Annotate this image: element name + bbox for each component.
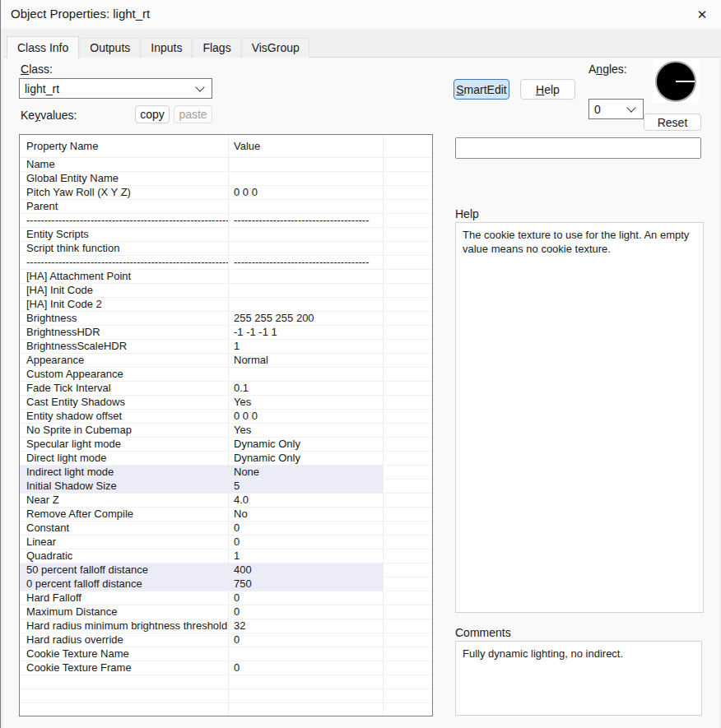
property-value-cell: 400 [229,563,384,577]
table-row[interactable]: Entity shadow offset0 0 0 [20,410,432,424]
table-row[interactable]: 0 percent falloff distance750 [20,577,432,591]
property-name-cell: Indirect light mode [20,466,229,480]
tab-visgroup[interactable]: VisGroup [242,38,309,58]
property-value-cell: 1 [229,340,384,354]
table-row[interactable]: Brightness255 255 255 200 [20,312,432,326]
table-row[interactable]: [HA] Init Code 2 [20,298,432,312]
close-icon[interactable]: ✕ [692,5,712,25]
table-row[interactable]: Custom Appearance [20,368,432,382]
table-row[interactable]: Hard radius minimum brightness threshold… [20,619,432,633]
table-row[interactable]: Cast Entity ShadowsYes [20,396,432,410]
table-row[interactable] [20,675,432,689]
property-name-cell: Remove After Compile [20,508,229,522]
table-row[interactable] [20,703,432,716]
table-row[interactable]: Quadratic1 [20,549,432,563]
table-row[interactable]: Hard radius override0 [20,633,432,647]
table-row[interactable]: Script think function [20,242,432,256]
property-extra-cell [384,172,432,186]
property-extra-cell [384,396,432,410]
table-row[interactable]: Linear0 [20,536,432,549]
table-row[interactable]: BrightnessHDR-1 -1 -1 1 [20,326,432,340]
table-row[interactable]: Cookie Texture Frame0 [20,661,432,675]
angle-indicator[interactable] [653,59,699,103]
property-extra-cell [384,619,432,633]
tab-inputs[interactable]: Inputs [141,38,192,58]
help-section-label: Help [455,207,479,220]
property-value-cell: -1 -1 -1 1 [229,326,384,340]
table-row[interactable]: Name [20,158,432,172]
table-row[interactable]: Cookie Texture Name [20,647,432,661]
table-row[interactable]: AppearanceNormal [20,354,432,368]
property-value-cell [229,368,384,382]
property-value-cell [229,298,384,312]
table-row[interactable]: Specular light modeDynamic Only [20,438,432,452]
help-button[interactable]: Help [520,79,575,100]
table-row[interactable]: Fade Tick Interval0.1 [20,382,432,396]
property-name-cell: 50 percent falloff distance [20,563,229,577]
smartedit-button[interactable]: SmartEdit [454,79,509,100]
property-extra-cell [384,661,432,675]
paste-button[interactable]: paste [174,105,212,123]
property-name-cell: ----------------------------------------… [20,256,229,270]
table-row[interactable]: Entity Scripts [20,228,432,242]
tab-outputs[interactable]: Outputs [80,38,140,58]
title-bar: Object Properties: light_rt ✕ [1,0,721,29]
property-value-cell: 32 [229,619,384,633]
table-row[interactable]: [HA] Attachment Point [20,270,432,284]
table-row[interactable] [20,689,432,703]
separator-row[interactable]: ----------------------------------------… [20,256,432,270]
table-row[interactable]: BrightnessScaleHDR1 [20,340,432,354]
property-value-cell: 0 [229,605,384,619]
copy-button[interactable]: copy [135,105,170,123]
angles-dropdown[interactable]: 0 [588,99,644,119]
property-extra-cell [384,494,432,508]
object-properties-dialog: Object Properties: light_rt ✕ Class Info… [0,0,721,728]
chevron-down-icon [195,82,204,91]
property-name-cell: [HA] Init Code [20,284,229,298]
tab-flags[interactable]: Flags [193,38,240,58]
table-row[interactable]: [HA] Init Code [20,284,432,298]
tab-class-info[interactable]: Class Info [7,36,79,58]
table-row[interactable]: No Sprite in CubemapYes [20,424,432,438]
property-extra-cell [384,536,432,549]
property-name-cell [20,675,229,689]
property-name-cell [20,689,229,703]
property-value-cell: None [229,466,384,480]
property-extra-cell [384,633,432,647]
property-extra-cell [384,214,432,228]
value-edit-input[interactable] [455,137,701,159]
property-value-cell: 0 [229,591,384,605]
property-extra-cell [384,312,432,326]
table-row[interactable]: 50 percent falloff distance400 [20,563,432,577]
property-name-cell: Hard radius override [20,633,229,647]
table-row[interactable]: Constant0 [20,522,432,536]
class-dropdown[interactable]: light_rt [19,78,212,99]
table-row[interactable]: Initial Shadow Size5 [20,480,432,494]
property-value-cell: 0 [229,536,384,549]
angle-direction-line [676,81,695,82]
property-name-cell: Global Entity Name [20,172,229,186]
table-row[interactable]: Hard Falloff0 [20,591,432,605]
table-row[interactable]: Near Z4.0 [20,494,432,508]
property-name-cell: Hard radius minimum brightness threshold [20,619,229,633]
comments-textarea[interactable]: Fully dynamic lighting, no indirect. [455,641,702,716]
table-row[interactable]: Direct light modeDynamic Only [20,452,432,466]
table-row[interactable]: Maximum Distance0 [20,605,432,619]
property-extra-cell [384,270,432,284]
table-row[interactable]: Remove After CompileNo [20,508,432,522]
table-row[interactable]: Global Entity Name [20,172,432,186]
separator-row[interactable]: ----------------------------------------… [20,214,432,228]
reset-button[interactable]: Reset [644,114,701,131]
property-value-cell [229,172,384,186]
comments-label: Comments [455,626,511,639]
keyvalues-label: Keyvalues: [21,109,77,122]
property-value-cell: Normal [229,354,384,368]
property-name-cell: Entity Scripts [20,228,229,242]
property-name-cell: Linear [20,536,229,549]
table-row[interactable]: Parent [20,200,432,214]
property-name-cell: Initial Shadow Size [20,480,229,494]
table-row[interactable]: Indirect light modeNone [20,466,432,480]
header-extra [384,135,432,158]
property-value-cell: 0 [229,661,384,675]
table-row[interactable]: Pitch Yaw Roll (X Y Z)0 0 0 [20,186,432,200]
